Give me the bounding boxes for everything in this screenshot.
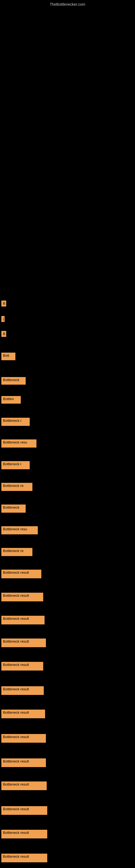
bottleneck-result-item: |	[1, 316, 5, 322]
site-title: TheBottlenecker.com	[50, 2, 85, 6]
bottleneck-result-item: Bottleneck result	[1, 854, 47, 862]
bottleneck-result-item: Bottleneck resu	[1, 439, 37, 447]
bottleneck-result-item: Bottleneck result	[1, 758, 46, 767]
bottleneck-result-item: Bottleneck r	[1, 461, 30, 469]
bottleneck-result-item: Bottleneck result	[1, 734, 46, 743]
bottleneck-result-item: Bottleneck result	[1, 569, 41, 578]
bottleneck-result-item: Bottleneck r	[1, 418, 30, 426]
bottleneck-result-item: Bottleneck result	[1, 781, 47, 790]
bottleneck-result-item: Bottleneck result	[1, 639, 46, 647]
bottleneck-result-item: Bottleneck result	[1, 662, 43, 671]
bottleneck-result-item: Bottleneck	[1, 504, 26, 513]
bottleneck-result-item: Bottleneck re	[1, 548, 32, 556]
bottleneck-result-item: Bottleneck result	[1, 593, 43, 601]
bottleneck-result-item: B	[1, 331, 6, 337]
bottleneck-result-item: Bottleneck	[1, 377, 26, 384]
bottleneck-result-item: Bottleneck result	[1, 616, 45, 624]
bottleneck-result-item: Bottleneck result	[1, 806, 47, 815]
bottleneck-result-item: Bottleneck result	[1, 686, 44, 695]
bottleneck-result-item: Bottlen	[1, 396, 21, 404]
bottleneck-result-item: Bottleneck result	[1, 710, 45, 718]
bottleneck-result-item: B	[1, 301, 6, 307]
bottleneck-result-item: Bottleneck result	[1, 830, 47, 838]
bottleneck-result-item: Bottleneck re	[1, 483, 32, 491]
bottleneck-result-item: Bottleneck resu	[1, 526, 38, 534]
bottleneck-result-item: Bott	[1, 352, 15, 360]
